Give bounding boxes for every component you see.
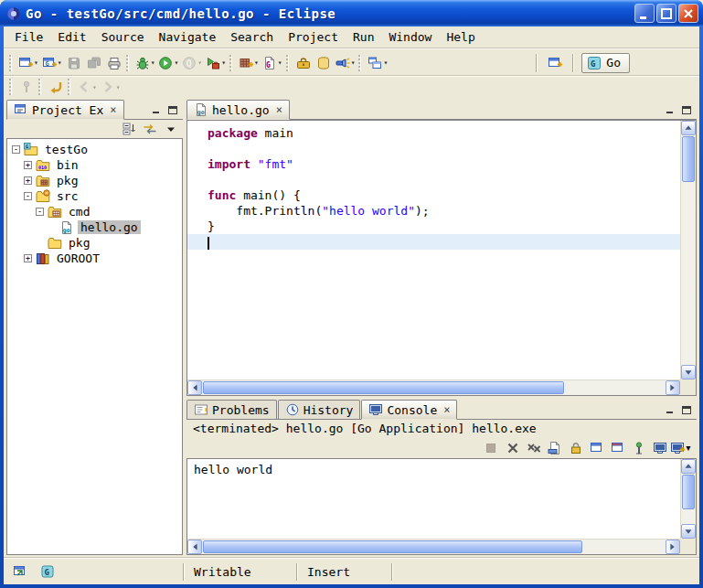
- display-selected-console-button[interactable]: [651, 440, 669, 456]
- collapse-all-button[interactable]: [120, 121, 138, 137]
- menu-project[interactable]: Project: [281, 27, 346, 47]
- new-go-file-button[interactable]: G▾: [261, 52, 284, 74]
- new-go-element-button[interactable]: G▾: [40, 52, 64, 74]
- remove-launch-button[interactable]: [504, 440, 522, 456]
- editor-horizontal-scrollbar[interactable]: [187, 380, 680, 395]
- minimize-view-button[interactable]: [664, 404, 676, 415]
- new-go-package-button[interactable]: ▾: [237, 52, 261, 74]
- menu-source[interactable]: Source: [94, 27, 152, 47]
- tab-console[interactable]: Console×: [361, 400, 457, 420]
- code-line[interactable]: import "fmt": [187, 156, 680, 172]
- editor-vertical-scrollbar[interactable]: [680, 121, 696, 380]
- scroll-down-button[interactable]: [681, 365, 696, 380]
- project-tree[interactable]: -GtestGo+010bin+pkg-src-cmdgohello.gopkg…: [6, 138, 183, 555]
- minimize-view-button[interactable]: [664, 104, 676, 115]
- debug-button[interactable]: ▾: [133, 52, 157, 74]
- save-all-button[interactable]: [84, 52, 104, 74]
- toolbar-grip[interactable]: [68, 79, 70, 95]
- tree-item-src[interactable]: -src: [7, 188, 182, 204]
- collapse-expander-icon[interactable]: -: [12, 145, 20, 154]
- minimize-button[interactable]: [634, 4, 655, 23]
- scroll-thumb[interactable]: [682, 475, 695, 509]
- scroll-track[interactable]: [202, 540, 666, 554]
- save-button[interactable]: [64, 52, 84, 74]
- tab-problems[interactable]: !Problems: [186, 400, 277, 419]
- open-toolbox-button[interactable]: [293, 52, 314, 74]
- toolbar-grip[interactable]: [126, 55, 129, 71]
- show-stderr-button[interactable]: [609, 440, 627, 456]
- code-editor[interactable]: package mainimport "fmt"func main() { fm…: [187, 121, 680, 380]
- tree-item-pkg[interactable]: +pkg: [7, 173, 182, 188]
- maximize-view-button[interactable]: [680, 104, 693, 115]
- toolbar-grip[interactable]: [229, 55, 232, 71]
- expand-expander-icon[interactable]: +: [24, 176, 32, 185]
- show-stdout-button[interactable]: [588, 440, 606, 456]
- toolbar-grip[interactable]: [358, 55, 361, 71]
- scroll-right-button[interactable]: [666, 540, 680, 554]
- tree-item-goroot[interactable]: +GOROOT: [7, 251, 182, 266]
- scroll-left-button[interactable]: [187, 380, 202, 395]
- scroll-thumb[interactable]: [203, 540, 582, 553]
- search-button[interactable]: ▾: [334, 52, 357, 74]
- tree-item-testgo[interactable]: -GtestGo: [7, 142, 182, 157]
- tree-item-hello-go[interactable]: gohello.go: [7, 219, 182, 235]
- run-button[interactable]: ▾: [156, 52, 180, 74]
- minimize-view-button[interactable]: [150, 104, 163, 115]
- console-horizontal-scrollbar[interactable]: [187, 539, 680, 554]
- code-line[interactable]: }: [187, 219, 680, 234]
- toolbar-grip[interactable]: [286, 55, 289, 71]
- code-line[interactable]: func main() {: [187, 187, 680, 203]
- print-button[interactable]: [104, 52, 124, 74]
- menu-help[interactable]: Help: [439, 27, 482, 47]
- expand-expander-icon[interactable]: +: [24, 161, 32, 169]
- toolbar-grip[interactable]: [9, 55, 12, 71]
- collapse-expander-icon[interactable]: -: [36, 208, 44, 216]
- forward-button[interactable]: ▾: [99, 78, 122, 96]
- code-line[interactable]: [187, 141, 680, 156]
- console-output[interactable]: hello world: [187, 459, 680, 539]
- scroll-lock-button[interactable]: [567, 440, 585, 456]
- terminate-button[interactable]: [481, 440, 501, 456]
- scroll-down-button[interactable]: [681, 524, 696, 539]
- profile-button[interactable]: Q▾: [180, 52, 204, 74]
- back-button[interactable]: ▾: [75, 78, 99, 96]
- code-line[interactable]: [187, 234, 680, 250]
- pin-editor-button[interactable]: [16, 78, 37, 96]
- menu-window[interactable]: Window: [381, 27, 439, 47]
- maximize-view-button[interactable]: [166, 104, 179, 115]
- scroll-left-button[interactable]: [187, 540, 202, 554]
- tab-project-explorer[interactable]: Project Ex ×: [6, 100, 124, 120]
- scroll-thumb[interactable]: [682, 136, 695, 182]
- scroll-track[interactable]: [682, 474, 696, 524]
- tree-item-pkg[interactable]: pkg: [7, 235, 182, 251]
- clear-console-button[interactable]: [546, 440, 564, 456]
- fast-view-icon[interactable]: [11, 563, 29, 580]
- menu-run[interactable]: Run: [346, 27, 381, 47]
- tab-hello-go[interactable]: go hello.go ×: [186, 100, 290, 120]
- maximize-view-button[interactable]: [680, 404, 693, 415]
- tab-history[interactable]: History: [278, 400, 361, 419]
- scroll-track[interactable]: [202, 381, 666, 395]
- close-button[interactable]: [678, 4, 698, 23]
- tree-item-bin[interactable]: +010bin: [7, 157, 182, 173]
- menu-file[interactable]: File: [7, 27, 50, 47]
- close-tab-icon[interactable]: ×: [276, 103, 282, 116]
- maximize-button[interactable]: [656, 4, 676, 23]
- open-resource-button[interactable]: [314, 52, 334, 74]
- new-wizard-button[interactable]: ▾: [16, 52, 40, 74]
- scroll-thumb[interactable]: [203, 381, 564, 394]
- close-tab-icon[interactable]: ×: [110, 103, 116, 116]
- collapse-expander-icon[interactable]: -: [24, 192, 32, 200]
- menu-navigate[interactable]: Navigate: [152, 27, 224, 47]
- console-vertical-scrollbar[interactable]: [680, 459, 696, 539]
- expand-expander-icon[interactable]: +: [24, 254, 32, 262]
- view-menu-button[interactable]: [162, 121, 180, 137]
- open-perspective-button[interactable]: [545, 52, 565, 74]
- scroll-up-button[interactable]: [681, 121, 696, 135]
- title-bar[interactable]: Go - testGo/src/cmd/hello.go - Eclipse: [0, 0, 703, 27]
- open-console-view-button[interactable]: ▾: [366, 52, 389, 74]
- code-line[interactable]: fmt.Println("hello world");: [187, 203, 680, 219]
- tree-item-cmd[interactable]: -cmd: [7, 204, 182, 219]
- code-line[interactable]: [187, 172, 680, 187]
- external-tools-button[interactable]: ▾: [204, 52, 228, 74]
